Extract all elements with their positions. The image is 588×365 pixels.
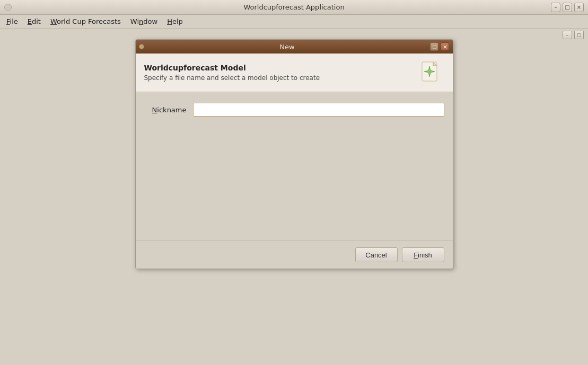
dialog-header-text: Worldcupforecast Model Specify a file na… bbox=[144, 64, 419, 82]
menu-worldcup-label: World Cup Forecasts bbox=[50, 17, 121, 25]
finish-button-label: Finish bbox=[414, 251, 432, 259]
minimize-button[interactable]: – bbox=[551, 3, 560, 12]
dialog-overlay: New □ × Worldcupforecast Model Specify a… bbox=[0, 29, 588, 365]
dialog-body: Nickname bbox=[136, 92, 453, 241]
nickname-form-row: Nickname bbox=[144, 103, 444, 117]
close-button[interactable]: × bbox=[574, 3, 584, 12]
nickname-input[interactable] bbox=[193, 103, 444, 117]
menu-window-label: Window bbox=[130, 17, 157, 25]
window-title: Worldcupforecast Application bbox=[243, 3, 344, 11]
menu-edit[interactable]: Edit bbox=[23, 16, 45, 27]
dialog-header-title: Worldcupforecast Model bbox=[144, 64, 419, 72]
dialog-title-dot bbox=[139, 44, 144, 49]
title-bar: Worldcupforecast Application – □ × bbox=[0, 0, 588, 15]
menu-help[interactable]: Help bbox=[163, 16, 187, 27]
menu-file[interactable]: File bbox=[2, 16, 22, 27]
title-bar-left bbox=[4, 4, 12, 11]
menu-help-label: Help bbox=[167, 17, 183, 25]
finish-button[interactable]: Finish bbox=[402, 247, 444, 262]
menu-file-label: File bbox=[6, 17, 18, 25]
new-dialog: New □ × Worldcupforecast Model Specify a… bbox=[135, 39, 453, 269]
nickname-label: Nickname bbox=[144, 106, 187, 114]
window-circle-button[interactable] bbox=[4, 4, 12, 11]
dialog-title-bar: New □ × bbox=[136, 40, 453, 54]
dialog-title: New bbox=[279, 43, 294, 51]
main-area: – □ New □ × Worldcupforecast Model Speci… bbox=[0, 29, 588, 365]
title-bar-controls: – □ × bbox=[551, 3, 584, 12]
cancel-button[interactable]: Cancel bbox=[355, 247, 398, 262]
dialog-header-subtitle: Specify a file name and select a model o… bbox=[144, 74, 419, 82]
dialog-footer: Cancel Finish bbox=[136, 241, 453, 269]
dialog-title-controls: □ × bbox=[430, 42, 449, 51]
menu-worldcup[interactable]: World Cup Forecasts bbox=[46, 16, 125, 27]
dialog-header-icon bbox=[419, 60, 444, 85]
dialog-close-button[interactable]: × bbox=[441, 42, 449, 51]
menu-edit-label: Edit bbox=[28, 17, 41, 25]
menu-window[interactable]: Window bbox=[126, 16, 162, 27]
dialog-maximize-button[interactable]: □ bbox=[430, 42, 438, 51]
model-file-icon bbox=[420, 61, 443, 84]
dialog-header: Worldcupforecast Model Specify a file na… bbox=[136, 54, 453, 92]
maximize-button[interactable]: □ bbox=[563, 3, 572, 12]
menu-bar: File Edit World Cup Forecasts Window Hel… bbox=[0, 15, 588, 29]
